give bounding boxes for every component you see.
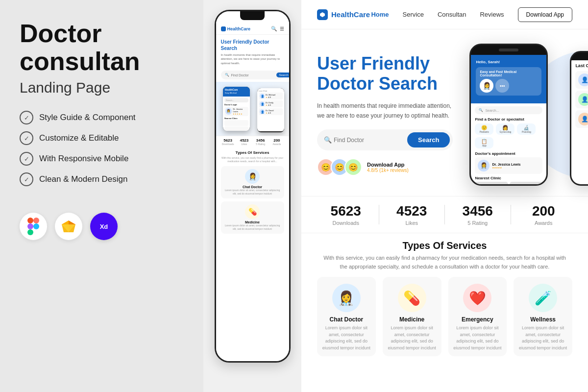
service-card-desc: Lorem ipsum dolor sit amet, consectetur … xyxy=(322,325,371,351)
phone-search-input[interactable] xyxy=(231,74,274,77)
phone-hero-title: User Friendly Doctor Search xyxy=(221,39,284,51)
hero-search-button[interactable]: Search xyxy=(407,132,450,147)
phone-header: HealthCare 🔍 ☰ xyxy=(216,20,289,35)
phone1-clinics: 🏥 🏥 xyxy=(475,182,542,185)
stat-label: 5 Rating xyxy=(449,220,507,226)
nav-link-reviews[interactable]: Reviews xyxy=(480,11,504,18)
stat-rating: 3456 5 Rating xyxy=(449,203,507,226)
phone-stat-number: 200 xyxy=(270,138,284,143)
phone2-doctor-card: 👤 Dr. Emily QuickCare ★ 4.8 · 30 min › xyxy=(575,91,588,108)
stat-downloads: 5623 Downloads xyxy=(317,203,375,226)
hero-search-input[interactable] xyxy=(334,137,407,144)
feature-label: Clean & Modern Design xyxy=(39,174,127,184)
doctor2-avatar: 👤 xyxy=(578,74,588,86)
check-icon: ✓ xyxy=(20,152,33,166)
phone-service-card: 👩‍⚕️ Chat Doctor Lorem ipsum dolor sit a… xyxy=(221,166,284,198)
subtitle: Landing Page xyxy=(20,79,189,96)
stat-number: 5623 xyxy=(317,203,375,219)
doctor3-avatar: 👤 xyxy=(578,93,588,106)
stats-section: 5623 Downloads 4523 Likes 3456 5 Rating … xyxy=(301,196,588,233)
feature-item: ✓ With Responsive Mobile xyxy=(20,152,189,166)
service-card-emergency: ❤️ Emergency Lorem ipsum dolor sit amet,… xyxy=(448,277,507,356)
hero-phone-2: Last Chat with Doctor 👤 Dr. Michael Vita… xyxy=(570,51,588,186)
menu-icon[interactable]: ☰ xyxy=(280,26,284,31)
hero-phones: Hello, Sarah! Easy and Fast Medical Cons… xyxy=(465,41,588,188)
hero-phone-1: Hello, Sarah! Easy and Fast Medical Cons… xyxy=(469,44,548,186)
svg-rect-2 xyxy=(27,223,33,229)
hero-section: User FriendlyDoctor Search In health mom… xyxy=(301,29,588,196)
nav-link-service[interactable]: Service xyxy=(403,11,424,18)
phone2-doctor-card: 👤 Dr. Michael Vitalis ★ 4.8 · 30 min › xyxy=(575,71,588,89)
inner-phone-2: Last Chat 👤 Dr. Michael★ 4.8 👤 Dr. Emily… xyxy=(257,88,284,132)
wellness-icon: 🧪 xyxy=(529,284,557,312)
brand: HealthCare xyxy=(317,9,370,20)
stat-label: Likes xyxy=(383,220,441,226)
stat-number: 3456 xyxy=(449,203,507,219)
download-label: Download App xyxy=(367,162,409,168)
phone-stat: 4523 Likes xyxy=(237,138,251,146)
nav-link-home[interactable]: Home xyxy=(371,11,389,18)
feature-item: ✓ Customize & Editable xyxy=(20,131,189,145)
service-card-desc: Lorem ipsum dolor sit amet, consectetur … xyxy=(518,325,567,351)
phone-stat: 200 Awards xyxy=(270,138,284,146)
sketch-icon xyxy=(55,213,82,240)
features-list: ✓ Style Guide & Component ✓ Customize & … xyxy=(20,111,189,193)
stat-awards: 200 Awards xyxy=(515,203,573,226)
service-card-name: Wellness xyxy=(518,316,567,323)
rating-label: 4.8/5 (1k+ reviews) xyxy=(367,168,409,173)
phone-stats: 5623 Downloads 4523 Likes 3456 5 Rating … xyxy=(216,136,289,147)
phone-logo: HealthCare xyxy=(221,26,251,31)
phone-service-icon: 💊 xyxy=(245,204,260,219)
doctor-avatar-phone1: 👩‍⚕ xyxy=(480,79,493,93)
avatar-info: Download App 4.8/5 (1k+ reviews) xyxy=(367,162,409,173)
phone-mockup: HealthCare 🔍 ☰ User Friendly Doctor Sear… xyxy=(215,10,291,363)
tool-icons: Xd xyxy=(20,213,189,240)
phone-stat-number: 5623 xyxy=(221,138,235,143)
hero-avatars: 😊 😊 😊 Download App 4.8/5 (1k+ reviews) xyxy=(317,158,453,176)
doctor-name: Dr. Jessica Lewis xyxy=(492,163,539,166)
clinic-card: 🏥 xyxy=(510,182,543,185)
feature-item: ✓ Clean & Modern Design xyxy=(20,172,189,186)
phone-stat-label: Likes xyxy=(237,143,251,146)
phone-service-desc: Lorem ipsum dolor sit amet, consectetur … xyxy=(224,224,281,231)
service-card-medicine: 💊 Medicine Lorem ipsum dolor sit amet, c… xyxy=(383,277,441,356)
specialist-chip: 📋 App xyxy=(475,137,493,148)
phone-services-title: Types Of Services xyxy=(221,150,284,155)
service-card-desc: Lorem ipsum dolor sit amet, consectetur … xyxy=(388,325,437,351)
check-icon: ✓ xyxy=(20,131,33,145)
stat-likes: 4523 Likes xyxy=(383,203,441,226)
phone-stat: 3456 5 Rating xyxy=(253,138,268,146)
right-panel: HealthCare Home Service Consultan Review… xyxy=(301,0,588,392)
avatar: 😊 xyxy=(344,158,362,176)
phone-screen: HealthCare 🔍 ☰ User Friendly Doctor Sear… xyxy=(216,11,289,361)
hero-search-bar: 🔍 Search xyxy=(317,129,453,150)
phone-logo-dot xyxy=(221,26,226,31)
phone1-search: 🔍 Search... xyxy=(475,106,542,114)
stat-number: 4523 xyxy=(383,203,441,219)
doctor-rating: ★★★★★ xyxy=(492,166,539,169)
phone-search-btn[interactable]: Search xyxy=(276,73,289,77)
services-section: Types Of Services With this service, you… xyxy=(301,233,588,361)
phone-search-icon: 🔍 xyxy=(225,73,229,77)
stat-divider xyxy=(379,205,379,224)
nav-link-consultan[interactable]: Consultan xyxy=(438,11,466,18)
phone-services: Types Of Services With this service, you… xyxy=(216,147,289,240)
brand-name: HealthCare xyxy=(331,10,370,19)
phone-stat-label: Downloads xyxy=(221,143,235,146)
svg-rect-1 xyxy=(33,218,39,223)
phone1-find-title: Find a Doctor or specialist xyxy=(475,117,542,122)
service-card-wellness: 🧪 Wellness Lorem ipsum dolor sit amet, c… xyxy=(514,277,572,356)
feature-label: With Responsive Mobile xyxy=(39,154,128,164)
search-icon[interactable]: 🔍 xyxy=(271,26,277,31)
chat-doctor-icon: 👩‍⚕️ xyxy=(332,284,361,312)
phone1-tagline: Easy and Fast Medical Consultation! xyxy=(480,70,538,77)
stat-label: Downloads xyxy=(317,220,375,226)
service-card-name: Emergency xyxy=(453,316,502,323)
services-desc: With this service, you can easily find a… xyxy=(322,254,567,271)
download-app-button[interactable]: Download App xyxy=(518,7,572,22)
services-cards: 👩‍⚕️ Chat Doctor Lorem ipsum dolor sit a… xyxy=(317,277,572,356)
svg-point-4 xyxy=(33,223,39,229)
search-icon: 🔍 xyxy=(324,136,332,144)
nav-links: Home Service Consultan Reviews xyxy=(371,11,504,18)
specialist-chip: 🔬 Psicolog xyxy=(517,123,536,135)
